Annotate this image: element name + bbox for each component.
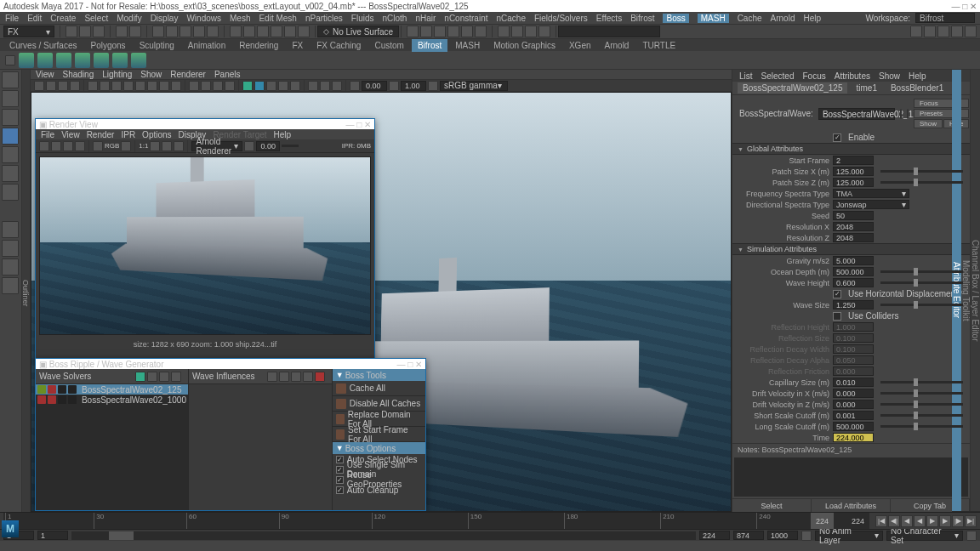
panel-icon[interactable] xyxy=(910,26,922,37)
snap-icon[interactable] xyxy=(284,26,296,37)
lasso-tool-icon[interactable] xyxy=(2,90,19,107)
shelf-tab[interactable]: Rendering xyxy=(233,39,284,52)
menu-mesh[interactable]: Mesh xyxy=(230,14,250,23)
redo-icon[interactable] xyxy=(129,26,141,37)
solver-row[interactable]: BossSpectralWave02_125 xyxy=(36,384,188,395)
io-icon[interactable] xyxy=(900,109,902,119)
render-btn-icon[interactable] xyxy=(39,141,49,151)
shelf-item-icon[interactable] xyxy=(56,53,71,68)
menu-display[interactable]: Display xyxy=(151,14,179,23)
snap-icon[interactable] xyxy=(243,26,255,37)
vp-icon[interactable] xyxy=(123,81,134,91)
boss-tool-button[interactable]: Cache All xyxy=(333,381,425,396)
shelf-tab[interactable]: XGen xyxy=(563,39,597,52)
attr-menu-item[interactable]: Help xyxy=(909,71,926,81)
menu-modify[interactable]: Modify xyxy=(117,14,141,23)
vp-icon[interactable] xyxy=(290,81,300,91)
panel-icon[interactable] xyxy=(924,26,936,37)
close-icon[interactable] xyxy=(315,372,325,382)
add-icon[interactable] xyxy=(279,372,289,382)
render-btn-icon[interactable] xyxy=(75,141,85,151)
range-play-end[interactable]: 224 xyxy=(699,531,730,540)
play-icon[interactable]: ▶ xyxy=(926,515,938,527)
attr-node-tab[interactable]: BossBlender1 xyxy=(886,82,949,94)
render-view-window[interactable]: ▣ Render View— □ ✕ FileViewRenderIPROpti… xyxy=(35,118,375,361)
renderer-select[interactable]: Arnold Renderer▾ xyxy=(191,141,242,151)
global-attributes-section[interactable]: Global Attributes xyxy=(732,143,970,155)
menu-editmesh[interactable]: Edit Mesh xyxy=(259,14,296,23)
layout-icon[interactable] xyxy=(2,258,19,276)
vp-icon[interactable] xyxy=(278,81,288,91)
shelf-item-icon[interactable] xyxy=(75,53,90,68)
render-btn-icon[interactable] xyxy=(150,141,160,151)
char-set-select[interactable]: No Character Set▾ xyxy=(886,531,963,541)
menu-nhair[interactable]: nHair xyxy=(415,14,436,23)
save-icon[interactable] xyxy=(93,26,105,37)
undo-icon[interactable] xyxy=(116,26,128,37)
menu-ncache[interactable]: nCache xyxy=(496,14,525,23)
menu-windows[interactable]: Windows xyxy=(186,14,221,23)
menu-create[interactable]: Create xyxy=(50,14,76,23)
last-tool-icon[interactable] xyxy=(2,184,19,201)
attr-menu-item[interactable]: Show xyxy=(879,71,900,81)
prev-key-icon[interactable]: ◀ xyxy=(901,515,913,527)
shelf-tab[interactable]: Sculpting xyxy=(134,39,180,52)
step-back-icon[interactable]: ◀| xyxy=(888,515,900,527)
shelf-item-icon[interactable] xyxy=(94,53,109,68)
node-name-field[interactable]: BossSpectralWave02_125 xyxy=(818,108,895,120)
load-attr-button[interactable]: Load Attributes xyxy=(812,499,891,512)
render-btn-icon[interactable] xyxy=(51,141,61,151)
cm-icon[interactable] xyxy=(428,81,438,91)
show-button[interactable]: Show xyxy=(914,119,943,128)
vp-icon[interactable] xyxy=(111,81,122,91)
trash-icon[interactable] xyxy=(291,372,301,382)
sel-icon[interactable] xyxy=(152,26,164,37)
layout-icon[interactable] xyxy=(2,221,19,238)
layout-icon[interactable] xyxy=(2,240,19,257)
add-icon[interactable] xyxy=(303,372,313,382)
vp-icon[interactable] xyxy=(34,81,44,91)
vp-icon[interactable] xyxy=(135,81,145,91)
hist-icon[interactable] xyxy=(447,26,459,37)
workspace-selector[interactable]: Bifrost xyxy=(915,13,975,23)
shelf-item-icon[interactable] xyxy=(19,53,34,68)
vp-icon[interactable] xyxy=(242,81,253,91)
anim-layer-select[interactable]: No Anim Layer▾ xyxy=(815,531,883,541)
shelf-item-icon[interactable] xyxy=(131,53,146,68)
menu-bifrost[interactable]: Bifrost xyxy=(630,14,654,23)
sel-icon[interactable] xyxy=(166,26,178,37)
attr-node-tab[interactable]: time1 xyxy=(851,82,881,94)
outliner-tab[interactable]: Outliner xyxy=(22,70,31,512)
sel-icon[interactable] xyxy=(207,26,219,37)
select-tool-icon[interactable] xyxy=(2,71,19,88)
shelf-tab[interactable]: FX xyxy=(286,39,309,52)
panel-icon[interactable] xyxy=(937,26,949,37)
menu-nconstraint[interactable]: nConstraint xyxy=(444,14,487,23)
render-btn-icon[interactable] xyxy=(93,141,103,151)
open-icon[interactable] xyxy=(79,26,91,37)
render-icon[interactable] xyxy=(538,26,550,37)
vp-icon[interactable] xyxy=(88,81,98,91)
vp-icon[interactable] xyxy=(70,81,80,91)
render-btn-icon[interactable] xyxy=(174,141,184,151)
range-play-start[interactable]: 1 xyxy=(37,531,68,540)
hist-icon[interactable] xyxy=(434,26,446,37)
add-icon[interactable] xyxy=(171,372,181,382)
render-icon[interactable] xyxy=(498,26,510,37)
vp-menu-item[interactable]: Lighting xyxy=(102,70,132,79)
menu-nparticles[interactable]: nParticles xyxy=(305,14,343,23)
panel-icon[interactable] xyxy=(951,26,963,37)
boss-window[interactable]: ▣ Boss Ripple / Wave Generator— □ ✕ Wave… xyxy=(35,358,426,511)
vp-icon[interactable] xyxy=(189,81,199,91)
window-controls[interactable]: — □ ✕ xyxy=(951,2,977,11)
shelf-tab[interactable]: Bifrost xyxy=(412,39,447,52)
shelf-tab[interactable]: Polygons xyxy=(84,39,131,52)
render-menu-item[interactable]: IPR xyxy=(121,130,135,139)
window-controls[interactable]: — □ ✕ xyxy=(396,360,422,369)
shelf-tab[interactable]: FX Caching xyxy=(311,39,367,52)
time-slider[interactable]: 1306090120150180210240260 224 224 |◀ ◀| … xyxy=(0,512,980,529)
vp-icon[interactable] xyxy=(171,81,181,91)
modeling-toolkit-tab[interactable]: Modeling Toolkit xyxy=(961,70,971,512)
sel-icon[interactable] xyxy=(179,26,191,37)
render-menu-item[interactable]: View xyxy=(61,130,80,139)
